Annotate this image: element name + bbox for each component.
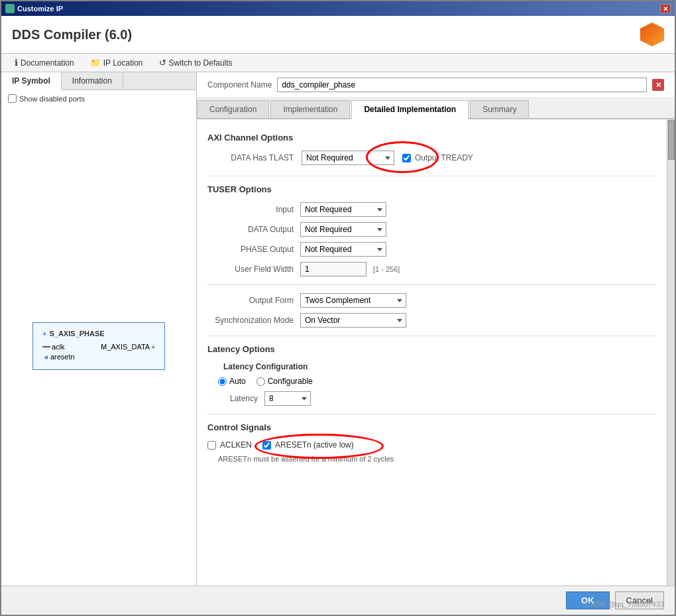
input-select[interactable]: Not Required — [300, 202, 386, 217]
tab-detailed-implementation[interactable]: Detailed Implementation — [351, 100, 469, 119]
port-aclk: aclk — [52, 343, 65, 351]
sync-mode-select[interactable]: On Vector On Packet — [300, 313, 406, 328]
main-area: IP Symbol Information Show disabled port… — [1, 72, 675, 585]
axi-section-title: AXI Channel Options — [207, 133, 656, 143]
phase-output-select[interactable]: Not Required — [300, 242, 386, 257]
input-row: Input Not Required — [207, 202, 656, 217]
aresetn-checkbox[interactable] — [262, 441, 271, 450]
footer: OK Cancel CSDN @qq_708907433 — [1, 585, 675, 615]
tab-ip-symbol[interactable]: IP Symbol — [1, 72, 62, 90]
tab-configuration[interactable]: Configuration — [197, 100, 269, 118]
info-icon: ℹ — [15, 58, 18, 68]
show-disabled-checkbox[interactable] — [8, 94, 17, 103]
configurable-label: Configurable — [268, 377, 313, 386]
switch-defaults-label: Switch to Defaults — [169, 58, 233, 68]
location-icon: 📁 — [90, 58, 101, 68]
output-form-label: Output Form — [214, 296, 294, 305]
app-header: DDS Compiler (6.0) — [1, 16, 675, 54]
switch-defaults-button[interactable]: ↺ Switch to Defaults — [156, 56, 235, 69]
port-m-axis-data: M_AXIS_DATA — [101, 343, 150, 351]
tlast-row: DATA Has TLAST Not Required Output TREAD… — [207, 151, 656, 165]
reset-note: ARESETn must be asserted for a minimum o… — [218, 455, 656, 463]
output-tready-row: Output TREADY — [402, 153, 473, 162]
data-output-label: DATA Output — [214, 225, 294, 234]
sync-mode-label: Synchronization Mode — [214, 316, 294, 325]
documentation-label: Documentation — [21, 58, 74, 68]
right-panel: Component Name ✕ Configuration Implement… — [197, 72, 675, 585]
auto-radio[interactable] — [218, 377, 227, 386]
latency-config-title: Latency Configuration — [223, 362, 656, 371]
left-tab-row: IP Symbol Information — [1, 72, 196, 90]
output-tready-checkbox[interactable] — [402, 154, 411, 162]
tuser-section-title: TUSER Options — [207, 184, 656, 194]
latency-section-title: Latency Options — [207, 344, 656, 354]
input-label: Input — [214, 205, 294, 214]
output-form-row: Output Form Twos Complement Sign-Magnitu… — [207, 293, 656, 308]
title-bar: Customize IP ✕ — [1, 1, 675, 16]
toolbar: ℹ Documentation 📁 IP Location ↺ Switch t… — [1, 54, 675, 72]
output-tready-label: Output TREADY — [415, 153, 473, 162]
phase-output-row: PHASE Output Not Required — [207, 242, 656, 257]
aclken-label: ACLKEN — [220, 440, 252, 450]
auto-radio-option[interactable]: Auto — [218, 377, 246, 386]
user-field-width-hint: [1 - 256] — [373, 265, 400, 273]
show-disabled-label: Show disabled ports — [19, 95, 85, 103]
close-button[interactable]: ✕ — [660, 4, 671, 13]
port-aresetn: aresetn — [50, 353, 75, 361]
component-clear-button[interactable]: ✕ — [652, 79, 664, 91]
ip-location-label: IP Location — [103, 58, 143, 68]
tab-summary[interactable]: Summary — [470, 100, 529, 118]
aresetn-row: ARESETn (active low) — [262, 440, 354, 450]
title-bar-text: Customize IP — [17, 5, 63, 13]
config-tabs: Configuration Implementation Detailed Im… — [197, 98, 675, 119]
data-output-row: DATA Output Not Required — [207, 222, 656, 237]
config-content: AXI Channel Options DATA Has TLAST Not R… — [197, 119, 667, 585]
user-field-width-input[interactable] — [300, 262, 366, 277]
refresh-icon: ↺ — [159, 58, 166, 68]
port-row-aresetn: ◄ aresetn — [42, 353, 155, 361]
control-signals-section: Control Signals ACLKEN ARESETn (active l… — [207, 422, 656, 463]
ip-symbol-box: + S_AXIS_PHASE aclk M_AXIS_DATA + — [32, 322, 165, 370]
user-field-width-row: User Field Width [1 - 256] — [207, 262, 656, 277]
app-title: DDS Compiler (6.0) — [12, 27, 132, 42]
data-has-tlast-label: DATA Has TLAST — [214, 153, 294, 162]
aclken-checkbox[interactable] — [207, 441, 216, 450]
latency-label: Latency — [218, 394, 258, 403]
component-name-label: Component Name — [207, 80, 272, 90]
port-row-aclk: aclk M_AXIS_DATA + — [42, 343, 155, 351]
data-has-tlast-select[interactable]: Not Required — [302, 151, 394, 165]
main-window: Customize IP ✕ DDS Compiler (6.0) ℹ Docu… — [0, 0, 676, 616]
left-panel: IP Symbol Information Show disabled port… — [1, 72, 197, 585]
symbol-area: + S_AXIS_PHASE aclk M_AXIS_DATA + — [1, 107, 196, 585]
aresetn-label: ARESETn (active low) — [275, 440, 354, 450]
auto-label: Auto — [229, 377, 246, 386]
port-arrow-icon: ◄ — [42, 353, 49, 361]
phase-output-label: PHASE Output — [214, 245, 294, 254]
ip-symbol-title: + S_AXIS_PHASE — [42, 330, 155, 338]
scrollbar-thumb[interactable] — [668, 120, 675, 160]
user-field-width-label: User Field Width — [214, 265, 294, 274]
documentation-button[interactable]: ℹ Documentation — [12, 56, 77, 69]
port-line — [42, 346, 50, 347]
latency-config: Latency Configuration Auto Configurable — [207, 362, 656, 406]
component-name-input[interactable] — [277, 78, 647, 92]
latency-radio-row: Auto Configurable — [218, 377, 656, 386]
configurable-radio-option[interactable]: Configurable — [256, 377, 313, 386]
control-checkboxes-row: ACLKEN ARESETn (active low) — [207, 440, 656, 450]
right-content-wrapper: AXI Channel Options DATA Has TLAST Not R… — [197, 119, 675, 585]
title-bar-icon — [5, 4, 15, 13]
sync-mode-row: Synchronization Mode On Vector On Packet — [207, 313, 656, 328]
data-output-select[interactable]: Not Required — [300, 222, 386, 237]
latency-select[interactable]: 8 4 6 10 — [264, 391, 311, 406]
component-name-row: Component Name ✕ — [197, 72, 675, 98]
show-disabled-row: Show disabled ports — [1, 90, 196, 107]
tab-information[interactable]: Information — [62, 72, 123, 90]
output-form-select[interactable]: Twos Complement Sign-Magnitude — [300, 293, 406, 308]
configurable-radio[interactable] — [256, 377, 265, 386]
control-section-title: Control Signals — [207, 422, 656, 432]
scrollbar-track[interactable] — [667, 119, 675, 585]
ip-location-button[interactable]: 📁 IP Location — [87, 56, 146, 69]
aclken-row: ACLKEN — [207, 440, 252, 450]
xilinx-logo — [640, 23, 664, 46]
tab-implementation[interactable]: Implementation — [270, 100, 350, 118]
